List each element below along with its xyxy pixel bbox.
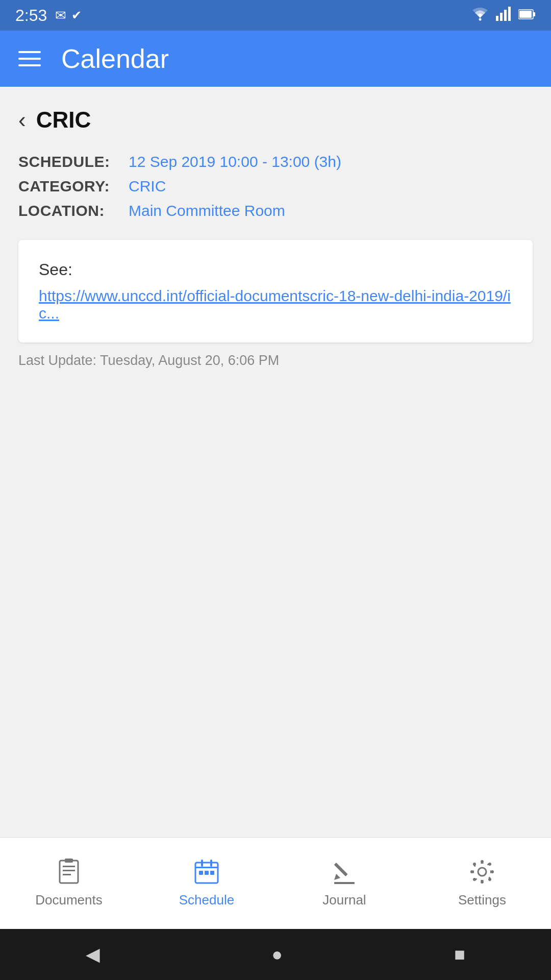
event-title: CRIC — [36, 107, 91, 133]
description-see-label: See: — [39, 260, 512, 279]
nav-label-schedule: Schedule — [179, 892, 234, 908]
svg-point-31 — [473, 878, 476, 881]
status-time: 2:53 — [15, 6, 47, 25]
svg-rect-4 — [508, 7, 511, 21]
svg-rect-19 — [210, 871, 214, 875]
nav-item-documents[interactable]: Documents — [0, 838, 138, 929]
status-right — [471, 7, 536, 24]
svg-point-24 — [481, 860, 484, 863]
nav-item-schedule[interactable]: Schedule — [138, 838, 276, 929]
nav-item-journal[interactable]: Journal — [276, 838, 413, 929]
back-nav: ‹ CRIC — [0, 87, 551, 143]
wifi-icon — [471, 7, 489, 24]
app-bar: Calendar — [0, 31, 551, 87]
category-label: CATEGORY: — [18, 178, 120, 195]
journal-icon — [331, 859, 358, 887]
nav-item-settings[interactable]: Settings — [413, 838, 551, 929]
nav-label-documents: Documents — [35, 892, 103, 908]
android-nav-bar: ◀ ● ■ — [0, 929, 551, 980]
svg-point-30 — [488, 863, 491, 866]
category-value: CRIC — [129, 178, 166, 195]
svg-rect-15 — [201, 860, 203, 867]
svg-rect-6 — [533, 12, 535, 16]
bottom-nav: Documents Schedule Jou — [0, 837, 551, 929]
svg-rect-22 — [334, 882, 355, 884]
email-icon: ✉ — [55, 8, 66, 23]
location-value: Main Committee Room — [129, 202, 285, 219]
svg-rect-11 — [63, 874, 71, 875]
check-icon: ✔ — [71, 8, 82, 22]
signal-icon — [496, 7, 511, 24]
svg-point-23 — [478, 868, 486, 876]
description-card: See: https://www.unccd.int/official-docu… — [18, 240, 533, 342]
android-recent-button[interactable]: ■ — [454, 944, 465, 965]
schedule-row: SCHEDULE: 12 Sep 2019 10:00 - 13:00 (3h) — [18, 153, 533, 170]
svg-rect-3 — [504, 10, 507, 21]
svg-rect-10 — [63, 870, 75, 871]
settings-icon — [469, 859, 495, 887]
hamburger-menu-icon[interactable] — [18, 51, 41, 66]
nav-label-journal: Journal — [322, 892, 366, 908]
svg-rect-18 — [205, 871, 209, 875]
event-details: SCHEDULE: 12 Sep 2019 10:00 - 13:00 (3h)… — [0, 143, 551, 235]
svg-rect-12 — [65, 859, 73, 863]
app-bar-title: Calendar — [61, 43, 169, 74]
back-button[interactable]: ‹ — [18, 109, 26, 131]
description-link[interactable]: https://www.unccd.int/official-documents… — [39, 287, 511, 322]
svg-marker-21 — [334, 874, 340, 880]
svg-rect-16 — [210, 860, 212, 867]
status-bar: 2:53 ✉ ✔ — [0, 0, 551, 31]
schedule-label: SCHEDULE: — [18, 153, 120, 170]
status-left: 2:53 ✉ ✔ — [15, 6, 82, 25]
svg-rect-9 — [63, 866, 75, 867]
schedule-value: 12 Sep 2019 10:00 - 13:00 (3h) — [129, 153, 341, 170]
location-label: LOCATION: — [18, 202, 120, 219]
android-back-button[interactable]: ◀ — [86, 944, 100, 965]
location-row: LOCATION: Main Committee Room — [18, 202, 533, 219]
svg-point-26 — [470, 870, 473, 873]
nav-label-settings: Settings — [458, 892, 506, 908]
svg-point-0 — [479, 18, 482, 20]
svg-point-25 — [481, 880, 484, 884]
content-area: ‹ CRIC SCHEDULE: 12 Sep 2019 10:00 - 13:… — [0, 87, 551, 837]
svg-point-28 — [473, 863, 476, 866]
svg-point-27 — [491, 870, 494, 873]
category-row: CATEGORY: CRIC — [18, 178, 533, 195]
svg-rect-14 — [195, 867, 218, 868]
svg-rect-17 — [199, 871, 203, 875]
documents-icon — [56, 859, 82, 887]
svg-rect-8 — [60, 861, 78, 883]
last-update: Last Update: Tuesday, August 20, 6:06 PM — [0, 353, 551, 369]
svg-point-29 — [488, 878, 491, 881]
battery-icon — [518, 8, 536, 23]
svg-rect-1 — [496, 16, 498, 21]
android-home-button[interactable]: ● — [271, 944, 283, 965]
status-icons: ✉ ✔ — [55, 8, 82, 23]
svg-rect-7 — [519, 11, 532, 18]
schedule-icon — [193, 859, 220, 887]
svg-rect-2 — [500, 13, 503, 21]
